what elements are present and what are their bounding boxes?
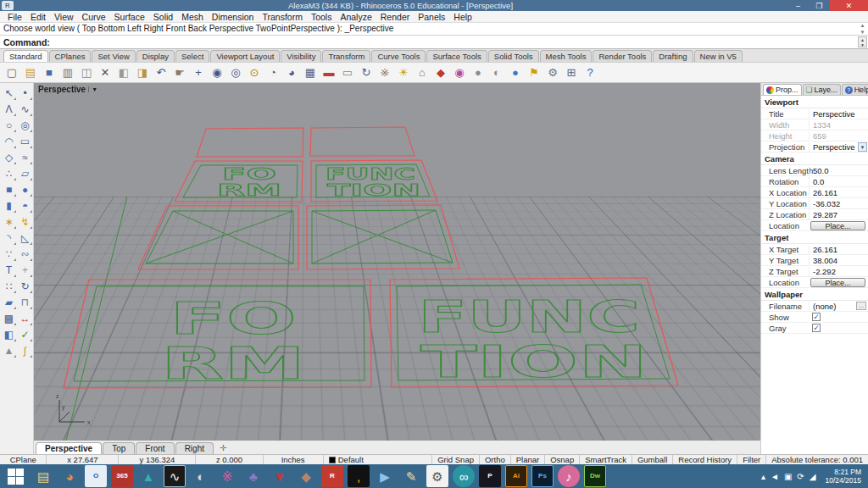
- paste-icon[interactable]: ◨: [134, 64, 151, 81]
- item-standard[interactable]: Standard: [3, 50, 48, 62]
- item-curve[interactable]: Curve: [78, 12, 110, 22]
- item-drafting[interactable]: Drafting: [653, 50, 693, 62]
- cube-app-icon[interactable]: ◆: [295, 465, 317, 487]
- offset-curve-icon[interactable]: ∵: [1, 247, 17, 262]
- display-shaded-icon[interactable]: ◉: [451, 64, 468, 81]
- yellow-dot-app-icon[interactable]: ,: [348, 465, 370, 487]
- polyline-icon[interactable]: Λ: [1, 102, 17, 117]
- explode-icon[interactable]: ∗: [1, 214, 17, 230]
- select-arrow-icon[interactable]: ↖: [1, 86, 17, 101]
- minimize-button[interactable]: –: [787, 0, 809, 11]
- ellipse-icon[interactable]: ◎: [17, 118, 33, 133]
- zoom-extents-all-icon[interactable]: ◕: [283, 64, 300, 81]
- show-wallpaper-checkbox[interactable]: ✓: [812, 313, 821, 321]
- display-rendered-icon[interactable]: ●: [507, 64, 524, 81]
- item-mesh-tools[interactable]: Mesh Tools: [540, 50, 593, 62]
- grasshopper-icon[interactable]: ⚙: [426, 465, 448, 487]
- dreamweaver-icon[interactable]: Dw: [584, 465, 606, 487]
- move-uvn-icon[interactable]: ⊞: [563, 64, 580, 81]
- named-views-icon[interactable]: ▬: [320, 64, 337, 81]
- perspective-viewport[interactable]: FO RM FUNC TION: [34, 83, 760, 441]
- panel-blank-left[interactable]: [197, 128, 303, 157]
- media-player-icon[interactable]: ▶: [374, 465, 396, 487]
- zoom-window-icon[interactable]: ◎: [227, 64, 244, 81]
- new-viewport-tab-icon[interactable]: ✛: [220, 443, 226, 452]
- item-analyze[interactable]: Analyze: [336, 12, 376, 22]
- item-transform[interactable]: Transform: [258, 12, 306, 22]
- sphere-icon[interactable]: ●: [17, 182, 33, 197]
- viewport-layout-icon[interactable]: ▦: [302, 64, 319, 81]
- blend-curve-icon[interactable]: ∾: [17, 247, 33, 262]
- item-visibility[interactable]: Visibility: [281, 50, 321, 62]
- file-explorer-icon[interactable]: ▤: [32, 465, 54, 487]
- polygon-icon[interactable]: ◇: [1, 150, 17, 165]
- move-small-icon[interactable]: +: [17, 263, 33, 278]
- circle-icon[interactable]: ○: [1, 118, 17, 133]
- item-curve-tools[interactable]: Curve Tools: [371, 50, 426, 62]
- item-solid[interactable]: Solid: [149, 12, 177, 22]
- arc-icon[interactable]: ◠: [1, 134, 17, 149]
- zoom-extents-icon[interactable]: ◔: [264, 64, 281, 81]
- lamp-icon[interactable]: ☀: [395, 64, 412, 81]
- command-input[interactable]: [50, 36, 865, 48]
- item-filter[interactable]: Filter: [737, 455, 766, 464]
- command-history-scrollbar[interactable]: ▲▼: [858, 23, 867, 35]
- flag-icon[interactable]: ⚑: [526, 64, 542, 81]
- viewport-title[interactable]: Perspective ▼: [38, 85, 97, 94]
- item-view[interactable]: View: [50, 12, 78, 22]
- box-icon[interactable]: ■: [1, 182, 17, 197]
- units-indicator[interactable]: Inches: [264, 455, 324, 464]
- rectangle-icon[interactable]: ▭: [17, 134, 33, 149]
- new-file-icon[interactable]: ▢: [3, 64, 20, 81]
- start-button[interactable]: [3, 466, 28, 486]
- chamfer-icon[interactable]: ◺: [17, 230, 33, 246]
- lightning-trim-icon[interactable]: ↯: [17, 214, 33, 230]
- cone-icon[interactable]: ▲: [1, 343, 17, 358]
- item-ortho[interactable]: Ortho: [480, 455, 511, 464]
- link-views-icon[interactable]: ※: [376, 64, 393, 81]
- outlook-icon[interactable]: O: [85, 465, 107, 487]
- paint-surface-icon[interactable]: ◧: [1, 327, 17, 342]
- print-icon[interactable]: ▥: [59, 64, 76, 81]
- camera-place-button[interactable]: Place...: [810, 221, 865, 230]
- rhino-icon[interactable]: ∿: [164, 465, 186, 487]
- target-place-button[interactable]: Place...: [810, 278, 865, 287]
- surface-patch-icon[interactable]: ▱: [17, 166, 33, 181]
- close-button[interactable]: ✕: [830, 0, 868, 11]
- sweep-rail-icon[interactable]: ∫: [17, 343, 33, 358]
- item-planar[interactable]: Planar: [511, 455, 545, 464]
- item-perspective[interactable]: Perspective: [36, 442, 102, 454]
- item-dimension[interactable]: Dimension: [208, 12, 259, 22]
- item-set-view[interactable]: Set View: [92, 50, 135, 62]
- processing-icon[interactable]: P: [479, 465, 501, 487]
- security-icon[interactable]: ▣: [784, 472, 792, 481]
- move-icon[interactable]: +: [190, 64, 207, 81]
- item-edit[interactable]: Edit: [26, 12, 50, 22]
- rotate-icon[interactable]: ↻: [17, 279, 33, 294]
- panel-function-small[interactable]: FUNC TION: [311, 160, 437, 202]
- item-select[interactable]: Select: [175, 50, 209, 62]
- item-smarttrack[interactable]: SmartTrack: [580, 455, 632, 464]
- panel-cross-right[interactable]: [307, 205, 459, 269]
- viewport-menu-chevron-icon[interactable]: ▼: [88, 86, 97, 92]
- array-icon[interactable]: ∷: [1, 279, 17, 294]
- item-mesh[interactable]: Mesh: [177, 12, 208, 22]
- display-ghosted-icon[interactable]: ●: [470, 64, 487, 81]
- item-osnap[interactable]: Osnap: [545, 455, 580, 464]
- zoom-dynamic-icon[interactable]: ◉: [209, 64, 225, 81]
- item-top[interactable]: Top: [103, 442, 135, 454]
- copy-icon[interactable]: ◧: [115, 64, 132, 81]
- boolean-union-icon[interactable]: ◓: [17, 198, 33, 214]
- fillet-curve-icon[interactable]: ◝: [1, 230, 17, 246]
- save-icon[interactable]: ■: [41, 64, 58, 81]
- firefox-icon[interactable]: ◕: [58, 465, 81, 487]
- sync-icon[interactable]: ⟳: [797, 472, 804, 481]
- item-panels[interactable]: Panels: [414, 12, 449, 22]
- item-file[interactable]: File: [3, 12, 26, 22]
- cplane-toggle[interactable]: CPlane: [0, 455, 47, 464]
- copy-to-clipboard-icon[interactable]: ◫: [78, 64, 95, 81]
- tab-help[interactable]: ? Help: [842, 84, 868, 95]
- command-spinner[interactable]: ▲▼: [858, 36, 867, 47]
- tray-expand-icon[interactable]: ▴: [761, 472, 765, 481]
- clock[interactable]: 8:21 PM 10/24/2015: [821, 468, 865, 485]
